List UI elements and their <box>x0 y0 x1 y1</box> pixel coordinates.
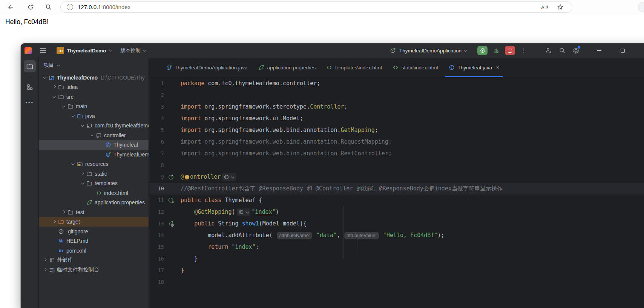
tree-item-label: index.html <box>104 190 128 196</box>
project-name[interactable]: ThymeleafDemo <box>67 48 106 54</box>
tree-item-controller[interactable]: controller <box>39 130 149 140</box>
tree-item-test[interactable]: test <box>39 207 149 217</box>
code-line-16[interactable]: 16 } <box>149 253 644 265</box>
code-line-4[interactable]: 4import org.springframework.ui.Model; <box>149 113 644 124</box>
notification-dot <box>578 46 580 49</box>
code-line-5[interactable]: 5import org.springframework.web.bind.ann… <box>149 124 644 136</box>
tab-Thymeleaf.java[interactable]: CThymeleaf.java× <box>443 58 505 77</box>
tree-item-pom.xml[interactable]: mpom.xml <box>39 246 149 256</box>
chevron-down-icon[interactable] <box>90 133 93 136</box>
more-actions-icon[interactable]: ⋮ <box>518 45 529 56</box>
tree-item-templates[interactable]: templates <box>39 179 149 188</box>
code-line-10[interactable]: 10//@RestController包含了 @ResponseBody 和 @… <box>149 183 644 195</box>
chevron-right-icon[interactable] <box>52 85 55 88</box>
maximize-button[interactable] <box>617 45 628 56</box>
favorite-star-icon[interactable] <box>554 2 567 13</box>
main-menu-icon[interactable] <box>40 48 46 53</box>
tab-ThymeleafDemoApplication.java[interactable]: CThymeleafDemoApplication.java <box>160 58 253 77</box>
tree-item-main[interactable]: main <box>39 102 149 112</box>
tree-item-ThymeleafDemoApp[interactable]: CThymeleafDemoApp <box>39 150 149 159</box>
chevron-down-icon[interactable] <box>245 210 248 213</box>
more-tool-windows-icon[interactable]: ••• <box>26 99 34 106</box>
chevron-right-icon[interactable] <box>43 268 46 271</box>
chevron-right-icon[interactable] <box>81 172 84 175</box>
url-bar[interactable]: i 127.0.0.1:8080/index A <box>60 2 572 13</box>
chevron-down-icon[interactable] <box>71 162 74 165</box>
chevron-down-icon[interactable] <box>52 95 55 98</box>
search-everywhere-icon[interactable] <box>557 45 567 56</box>
read-aloud-icon[interactable]: A <box>538 2 551 13</box>
vcs-menu[interactable]: 版本控制 <box>120 47 141 54</box>
chevron-down-icon[interactable] <box>43 76 46 79</box>
refresh-button[interactable] <box>24 2 37 13</box>
tree-item-src[interactable]: src <box>39 92 149 102</box>
quickfix-bulb-icon[interactable] <box>185 175 189 179</box>
chevron-right-icon[interactable] <box>62 210 65 213</box>
svg-text:C: C <box>107 143 109 147</box>
search-button[interactable] <box>42 2 55 13</box>
tab-close-icon[interactable]: × <box>496 64 499 70</box>
project-panel-header[interactable]: 项目 <box>39 58 149 73</box>
tree-item-.idea[interactable]: .idea <box>39 83 149 92</box>
line-number: 7 <box>149 148 164 159</box>
debug-button[interactable] <box>491 45 501 56</box>
tree-item-临时文件和控制台[interactable]: 临时文件和控制台 <box>39 265 149 275</box>
chevron-down-icon[interactable] <box>62 104 65 107</box>
code-area[interactable]: 1package com.fc0.thymeleafdemo.controlle… <box>149 78 644 308</box>
code-line-14[interactable]: 14 model.addAttribute( attributeName: "d… <box>149 230 644 241</box>
chevron-right-icon[interactable] <box>43 258 46 261</box>
run-config-name[interactable]: ThymeleafDemoApplication <box>399 48 462 54</box>
tree-item-static[interactable]: static <box>39 169 149 179</box>
code-token: @GetMapping <box>194 206 232 218</box>
chevron-down-icon[interactable] <box>71 114 74 117</box>
code-line-6[interactable]: 6import org.springframework.web.bind.ann… <box>149 136 644 148</box>
globe-icon <box>223 174 230 180</box>
code-line-18[interactable]: 18 <box>149 276 644 288</box>
tree-item-target[interactable]: target <box>39 217 149 227</box>
tree-item-HELP.md[interactable]: M↓HELP.md <box>39 236 149 246</box>
back-button[interactable] <box>5 2 17 13</box>
code-line-1[interactable]: 1package com.fc0.thymeleafdemo.controlle… <box>149 78 644 89</box>
tree-item-com.fc0.thymeleafdemo[interactable]: com.fc0.thymeleafdemo <box>39 121 149 131</box>
tree-item-application.properties[interactable]: application.properties <box>39 198 149 208</box>
code-line-9[interactable]: 9@ontroller <box>149 171 644 183</box>
browser-profile-avatar[interactable] <box>638 2 644 12</box>
tree-item-resources[interactable]: resources <box>39 159 149 169</box>
tab-static\index.html[interactable]: static\index.html <box>387 58 443 77</box>
site-info-icon[interactable]: i <box>67 4 73 10</box>
project-tree: ThymeleafDemoD:\CTF\CODE\Thy.ideasrcmain… <box>39 73 149 275</box>
code-line-13[interactable]: 13 public String show1(Model model){ <box>149 218 644 230</box>
rerun-button[interactable] <box>477 46 488 55</box>
tab-templates\index.html[interactable]: templates\index.html <box>321 58 387 77</box>
url-mapping-chip[interactable] <box>237 208 250 216</box>
code-line-11[interactable]: 11public class Thymeleaf { <box>149 195 644 206</box>
code-line-7[interactable]: 7import org.springframework.web.bind.ann… <box>149 148 644 159</box>
code-with-me-icon[interactable] <box>543 45 554 56</box>
chevron-down-icon[interactable] <box>81 124 84 127</box>
tree-item-ThymeleafDemo[interactable]: ThymeleafDemoD:\CTF\CODE\Thy <box>39 73 149 83</box>
indent-guide <box>343 206 344 259</box>
code-line-8[interactable]: 8 <box>149 159 644 171</box>
chevron-down-icon[interactable] <box>231 175 234 178</box>
code-line-2[interactable]: 2 <box>149 89 644 101</box>
project-tool-icon[interactable] <box>24 60 36 72</box>
tree-item-Thymeleaf[interactable]: CThymeleaf <box>39 140 149 150</box>
settings-gear-icon[interactable] <box>570 45 581 56</box>
code-line-12[interactable]: 12 @GetMapping("index") <box>149 206 644 218</box>
code-token: import org.springframework.web.bind.anno… <box>181 136 392 148</box>
code-line-3[interactable]: 3import org.springframework.stereotype.C… <box>149 101 644 113</box>
url-mapping-chip[interactable] <box>222 173 236 181</box>
tree-item-java[interactable]: java <box>39 111 149 121</box>
tree-item-外部库[interactable]: 外部库 <box>39 256 149 265</box>
chevron-right-icon[interactable] <box>52 220 55 223</box>
code-line-17[interactable]: 17} <box>149 265 644 276</box>
stop-button[interactable] <box>505 46 515 55</box>
bean-check-icon <box>168 174 174 180</box>
minimize-button[interactable] <box>594 45 604 56</box>
tree-item-.gitignore[interactable]: .gitignore <box>39 227 149 236</box>
chevron-down-icon[interactable] <box>81 181 84 184</box>
code-line-15[interactable]: 15 return "index"; <box>149 241 644 253</box>
tree-item-index.html[interactable]: index.html <box>39 188 149 198</box>
tab-application.properties[interactable]: application.properties <box>253 58 321 77</box>
structure-tool-icon[interactable] <box>24 81 36 93</box>
